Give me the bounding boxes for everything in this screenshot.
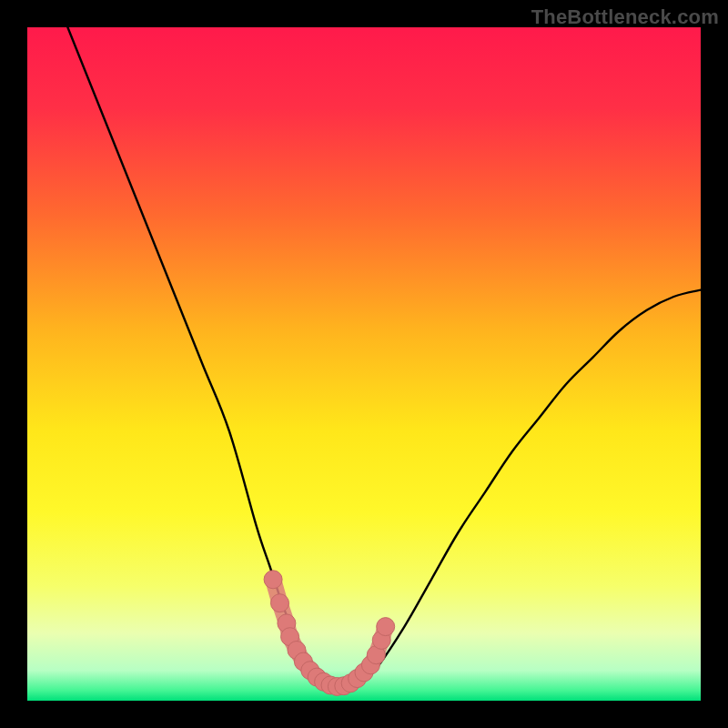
watermark-text: TheBottleneck.com (531, 5, 719, 29)
highlight-marker (271, 594, 289, 612)
chart-stage: TheBottleneck.com (0, 0, 728, 728)
plot-background (27, 27, 701, 701)
highlight-marker (377, 618, 395, 636)
highlight-marker (264, 571, 282, 589)
plot-svg (27, 27, 701, 701)
plot-area (27, 27, 701, 701)
